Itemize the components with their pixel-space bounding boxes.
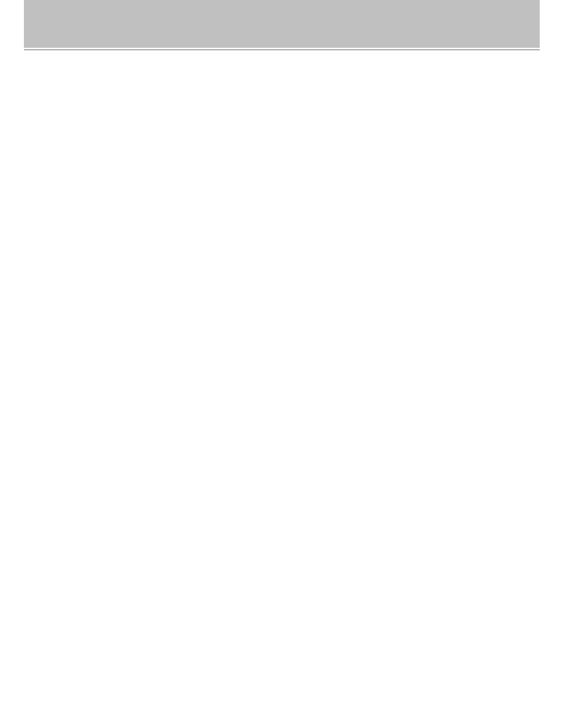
header-bar	[24, 0, 540, 48]
header-rule	[24, 49, 540, 50]
